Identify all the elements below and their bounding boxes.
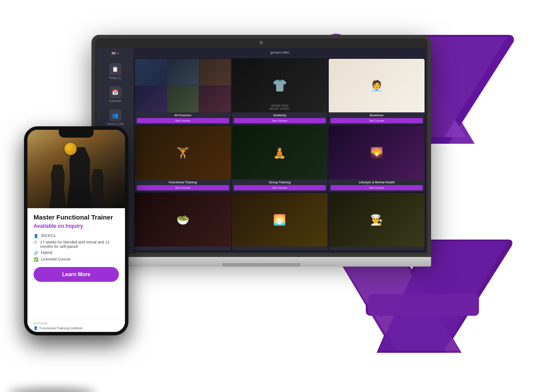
course-img-anatomy: 👕 MORE PAINMORE GAINS. <box>232 59 328 112</box>
phone-availability: Available on Inquiry <box>34 223 119 229</box>
author-name-text: Functional Training Institute... <box>40 326 85 330</box>
calendar-icon: 📅 <box>109 86 121 98</box>
duration-text: 17 weeks for blended and virtual and 12 … <box>40 240 119 249</box>
duration-icon: ⏱ <box>34 240 37 245</box>
kettlebell-ball <box>64 143 77 155</box>
author-icon: 👤 <box>34 326 38 330</box>
today-icon: 📋 <box>109 63 121 75</box>
author-label: AUTHOR <box>34 322 119 325</box>
course-card-group[interactable]: 🧘 Group Training See Courses <box>232 126 328 192</box>
see-courses-btn-functional[interactable]: See Courses <box>137 185 229 190</box>
app-main-content: goXpro Elite <box>134 48 426 252</box>
meta-licensed: ✅ Licensed Course <box>34 257 119 262</box>
course-img-row3-2: 🌅 <box>232 193 328 247</box>
course-name-group: Group Training <box>234 181 326 184</box>
flag-selector[interactable]: 🇬🇧 ▾ <box>111 51 118 55</box>
phone-shadow <box>9 388 96 392</box>
hybrid-icon: 🔗 <box>34 251 38 255</box>
see-courses-btn-group[interactable]: See Courses <box>234 185 326 190</box>
learn-more-button[interactable]: Learn More <box>34 267 119 282</box>
meta-cecs: 👤 30CECs <box>34 233 119 238</box>
laptop-base <box>91 257 431 267</box>
course-card-functional[interactable]: 🏋️ Functional Training See Courses <box>135 126 231 192</box>
phone-body: Master Functional Trainer Available on I… <box>24 126 128 335</box>
laptop-screen-area: 🇬🇧 ▾ 📋 Today (1) 📅 Calendar 👥 Clients (1… <box>91 35 431 257</box>
course-img-lifestyle: 🌄 <box>329 126 425 179</box>
course-name-business: Business <box>330 114 423 117</box>
phone-hero-image <box>27 130 125 208</box>
phone-screen: Master Functional Trainer Available on I… <box>27 130 125 332</box>
licensed-icon: ✅ <box>34 257 38 262</box>
course-img-functional: 🏋️ <box>135 126 231 179</box>
course-img-group: 🧘 <box>232 126 328 179</box>
course-img-row3-1: 🥗 <box>135 193 231 247</box>
app-topbar: goXpro Elite <box>134 48 426 57</box>
author-name: 👤 Functional Training Institute... <box>34 326 119 330</box>
sidebar-item-calendar[interactable]: 📅 Calendar <box>100 84 131 105</box>
licensed-text: Licensed Course <box>41 257 71 261</box>
phone-meta-list: 👤 30CECs ⏱ 17 weeks for blended and virt… <box>34 233 119 262</box>
hybrid-text: Hybrid <box>41 250 52 255</box>
course-img-row3-3: 👨‍🍳 <box>329 193 425 247</box>
phone-author-section: AUTHOR 👤 Functional Training Institute..… <box>27 318 125 332</box>
sidebar-item-clients[interactable]: 👥 Clients (135) <box>100 107 131 128</box>
course-card-lifestyle[interactable]: 🌄 Lifestyle & Mental Health See Courses <box>329 126 425 192</box>
course-name-lifestyle: Lifestyle & Mental Health <box>330 181 423 184</box>
phone-course-content: Master Functional Trainer Available on I… <box>27 208 125 318</box>
course-img-all <box>135 59 231 112</box>
cecs-text: 30CECs <box>41 233 56 238</box>
course-card-row3-1[interactable]: 🥗 <box>135 193 231 250</box>
see-courses-btn-lifestyle[interactable]: See Courses <box>330 185 423 190</box>
phone-course-title: Master Functional Trainer <box>34 213 119 221</box>
clients-icon: 👥 <box>109 109 121 122</box>
sidebar-calendar-label: Calendar <box>109 99 121 102</box>
course-img-business: 🧑‍💼 <box>329 59 425 112</box>
course-card-row3-2[interactable]: 🌅 <box>232 193 328 250</box>
meta-duration: ⏱ 17 weeks for blended and virtual and 1… <box>34 240 119 249</box>
course-card-all[interactable]: All Courses See Courses <box>135 59 231 125</box>
see-courses-btn-business[interactable]: See Courses <box>330 118 423 123</box>
course-card-anatomy[interactable]: 👕 MORE PAINMORE GAINS. Anatomy See Cours… <box>232 59 328 125</box>
course-name-functional: Functional Training <box>137 181 229 184</box>
laptop-camera <box>260 41 263 44</box>
courses-grid: All Courses See Courses 👕 MORE PAINMORE … <box>134 57 426 252</box>
phone-device: Master Functional Trainer Available on I… <box>24 126 128 335</box>
meta-hybrid: 🔗 Hybrid <box>34 250 119 255</box>
app-title: goXpro Elite <box>270 51 290 54</box>
course-name-anatomy: Anatomy <box>234 114 326 117</box>
sidebar-item-today[interactable]: 📋 Today (1) <box>100 61 131 82</box>
cecs-icon: 👤 <box>34 234 38 238</box>
phone-notch <box>59 130 94 138</box>
see-courses-btn-anatomy[interactable]: See Courses <box>234 118 326 123</box>
course-card-business[interactable]: 🧑‍💼 Business See Courses <box>329 59 425 125</box>
course-card-row3-3[interactable]: 👨‍🍳 <box>329 193 425 250</box>
sidebar-clients-label: Clients (135) <box>107 122 124 125</box>
see-courses-btn-all[interactable]: See Courses <box>137 118 229 123</box>
laptop-display: 🇬🇧 ▾ 📋 Today (1) 📅 Calendar 👥 Clients (1… <box>97 48 426 252</box>
svg-rect-1 <box>368 294 479 316</box>
course-name-all: All Courses <box>137 114 229 117</box>
laptop-device: 🇬🇧 ▾ 📋 Today (1) 📅 Calendar 👥 Clients (1… <box>91 35 431 279</box>
sidebar-today-label: Today (1) <box>109 76 121 79</box>
